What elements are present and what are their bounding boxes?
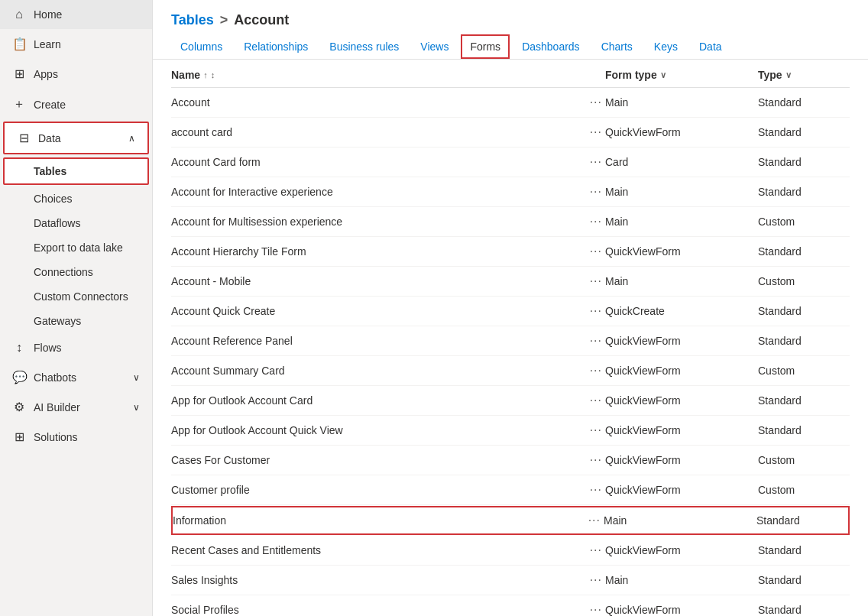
row-name-text: Recent Cases and Entitlements (171, 544, 321, 556)
sidebar-item-gateways[interactable]: Gateways (0, 309, 152, 333)
sidebar-item-custom-connectors[interactable]: Custom Connectors (0, 284, 152, 309)
data-chevron-icon: ∧ (128, 133, 135, 144)
row-formtype-cell: Main (604, 514, 756, 527)
chatbots-chevron-icon: ∨ (133, 372, 140, 383)
breadcrumb: Tables > Account (153, 0, 868, 34)
table-row[interactable]: Account Card form ··· Card Standard (171, 148, 850, 177)
row-more-options-button[interactable]: ··· (587, 185, 605, 199)
sidebar-item-connections[interactable]: Connections (0, 260, 152, 284)
table-row[interactable]: Cases For Customer ··· QuickViewForm Cus… (171, 446, 850, 475)
table-row[interactable]: Account Quick Create ··· QuickCreate Sta… (171, 297, 850, 326)
table-row[interactable]: Account ··· Main Standard (171, 88, 850, 118)
sort-toggle-icon: ↕ (211, 70, 215, 79)
row-name-text: Account Summary Card (171, 365, 285, 377)
tab-views[interactable]: Views (411, 34, 458, 59)
row-more-options-button[interactable]: ··· (587, 453, 605, 467)
row-type-cell: Standard (758, 156, 850, 168)
row-formtype-cell: Main (605, 216, 758, 228)
table-row[interactable]: Sales Insights ··· Main Standard (171, 566, 850, 595)
row-more-options-button[interactable]: ··· (587, 334, 605, 348)
sidebar-item-apps[interactable]: ⊞ Apps (0, 59, 152, 89)
row-more-options-button[interactable]: ··· (587, 245, 605, 258)
sidebar-item-data[interactable]: ⊟ Data ∧ (3, 122, 149, 154)
learn-icon: 📋 (12, 37, 26, 51)
row-name-text: Account - Mobile (171, 275, 251, 287)
row-more-options-button[interactable]: ··· (587, 543, 605, 557)
row-name-text: Sales Insights (171, 574, 238, 586)
row-more-options-button[interactable]: ··· (587, 96, 605, 109)
sidebar-item-home[interactable]: ⌂ Home (0, 0, 152, 29)
table-row[interactable]: account card ··· QuickViewForm Standard (171, 118, 850, 148)
sidebar-item-tables[interactable]: Tables (3, 157, 149, 185)
breadcrumb-tables-link[interactable]: Tables (171, 12, 214, 28)
row-more-options-button[interactable]: ··· (587, 423, 605, 437)
table-row[interactable]: Account Summary Card ··· QuickViewForm C… (171, 356, 850, 386)
sidebar-item-solutions[interactable]: ⊞ Solutions (0, 422, 152, 452)
row-more-options-button[interactable]: ··· (587, 603, 605, 616)
table-header-row: Name ↑ ↕ Form type ∨ Type ∨ (171, 60, 850, 88)
row-name-cell: Social Profiles (171, 604, 587, 616)
row-name-text: Account Hierarchy Tile Form (171, 245, 306, 258)
tab-business-rules[interactable]: Business rules (320, 34, 408, 59)
row-more-options-button[interactable]: ··· (587, 155, 605, 169)
forms-table: Name ↑ ↕ Form type ∨ Type ∨ Account ··· … (153, 60, 868, 616)
row-name-cell: Account (171, 96, 587, 109)
row-name-text: Cases For Customer (171, 454, 270, 466)
row-name-cell: Account Summary Card (171, 365, 587, 377)
row-name-cell: App for Outlook Account Quick View (171, 424, 587, 436)
col-header-type[interactable]: Type ∨ (758, 69, 850, 81)
sidebar-item-ai-builder[interactable]: ⚙ AI Builder ∨ (0, 392, 152, 422)
table-row[interactable]: Account for Interactive experience ··· M… (171, 177, 850, 207)
table-row[interactable]: Account Reference Panel ··· QuickViewFor… (171, 326, 850, 356)
table-row[interactable]: Recent Cases and Entitlements ··· QuickV… (171, 536, 850, 566)
sidebar-item-create[interactable]: ＋ Create (0, 89, 152, 120)
row-more-options-button[interactable]: ··· (587, 394, 605, 407)
sidebar-item-learn[interactable]: 📋 Learn (0, 29, 152, 59)
table-row[interactable]: Account for Multisession experience ··· … (171, 207, 850, 237)
apps-icon: ⊞ (12, 66, 26, 81)
tab-keys[interactable]: Keys (645, 34, 687, 59)
tab-dashboards[interactable]: Dashboards (513, 34, 589, 59)
table-row[interactable]: Customer profile ··· QuickViewForm Custo… (171, 475, 850, 505)
chatbots-icon: 💬 (12, 370, 26, 384)
row-name-cell: Sales Insights (171, 574, 587, 586)
row-formtype-cell: QuickViewForm (605, 335, 758, 347)
sidebar-item-choices[interactable]: Choices (0, 186, 152, 211)
row-more-options-button[interactable]: ··· (587, 364, 605, 378)
tab-columns[interactable]: Columns (171, 34, 232, 59)
sidebar-item-flows[interactable]: ↕ Flows (0, 333, 152, 362)
row-more-options-button[interactable]: ··· (587, 215, 605, 229)
row-name-text: Account Quick Create (171, 305, 275, 317)
row-more-options-button[interactable]: ··· (585, 514, 604, 527)
row-more-options-button[interactable]: ··· (587, 483, 605, 497)
row-more-options-button[interactable]: ··· (587, 274, 605, 288)
row-more-options-button[interactable]: ··· (587, 125, 605, 139)
sidebar-item-chatbots[interactable]: 💬 Chatbots ∨ (0, 362, 152, 392)
table-row[interactable]: App for Outlook Account Card ··· QuickVi… (171, 386, 850, 416)
col-header-formtype[interactable]: Form type ∨ (605, 69, 758, 81)
row-more-options-button[interactable]: ··· (587, 573, 605, 587)
sidebar-item-dataflows[interactable]: Dataflows (0, 211, 152, 235)
tab-data[interactable]: Data (690, 34, 731, 59)
row-type-cell: Standard (758, 604, 850, 616)
table-row[interactable]: Social Profiles ··· QuickViewForm Standa… (171, 595, 850, 616)
tab-relationships[interactable]: Relationships (235, 34, 317, 59)
row-type-cell: Standard (758, 335, 850, 347)
row-formtype-cell: QuickViewForm (605, 454, 758, 466)
row-more-options-button[interactable]: ··· (587, 304, 605, 318)
col-header-name[interactable]: Name ↑ ↕ (171, 69, 605, 81)
home-icon: ⌂ (12, 8, 26, 21)
row-name-cell: Customer profile (171, 484, 587, 496)
table-row[interactable]: Account Hierarchy Tile Form ··· QuickVie… (171, 237, 850, 267)
sidebar-item-export[interactable]: Export to data lake (0, 235, 152, 260)
table-row[interactable]: Account - Mobile ··· Main Custom (171, 267, 850, 297)
table-row[interactable]: App for Outlook Account Quick View ··· Q… (171, 416, 850, 446)
row-name-text: Social Profiles (171, 604, 239, 616)
sort-asc-icon: ↑ (203, 70, 208, 79)
row-type-cell: Custom (758, 275, 850, 287)
tab-forms[interactable]: Forms (461, 34, 510, 59)
tab-charts[interactable]: Charts (592, 34, 642, 59)
row-formtype-cell: QuickViewForm (605, 394, 758, 407)
breadcrumb-current: Account (234, 12, 289, 28)
table-row[interactable]: Information ··· Main Standard (171, 506, 850, 535)
